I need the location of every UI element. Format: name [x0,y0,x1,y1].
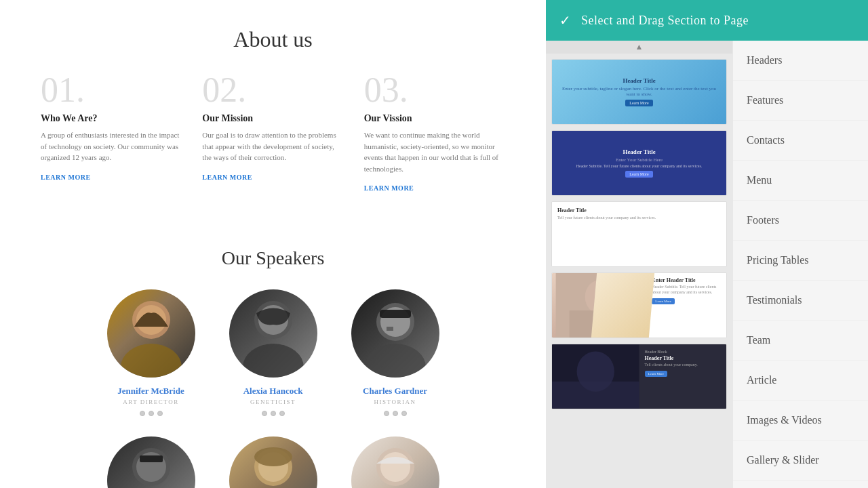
speaker-jennifer: Jennifer McBride ART DIRECTOR [97,289,205,416]
about-text-1: A group of enthusiasts interested in the… [41,129,182,163]
about-text-3: We want to continue making the world hum… [364,129,505,174]
thumbnails-area[interactable]: Header Title Enter your subtitle, taglin… [546,54,732,488]
nav-team[interactable]: Team [733,321,868,361]
top-bar: ✓ Select and Drag Section to Page [546,0,868,41]
nav-menu[interactable]: Menu [733,161,868,201]
thumbnail-3[interactable]: Header Title Tell your future clients ab… [551,201,727,267]
speakers-section: Our Speakers Jennifer McBride ART DIRECT… [0,220,546,488]
speakers-row-2: Peter Nelson PROGRAMMER Al [41,436,505,488]
thumb-5-text: Tell clients about your company. [645,363,722,368]
nav-pricing-tables[interactable]: Pricing Tables [733,241,868,281]
nav-footers[interactable]: Footers [733,201,868,241]
thumb-3-left: Header Title Tell your future clients ab… [557,207,721,261]
nav-article[interactable]: Article [733,361,868,401]
thumb-3-text: Tell your future clients about your comp… [557,216,721,221]
dot [279,411,285,416]
nav-gallery-slider[interactable]: Gallery & Slider [733,441,868,481]
learn-more-3[interactable]: LEARN MORE [364,184,414,192]
dot [384,411,389,416]
avatar-aldous [229,436,317,488]
speaker-sophie: Sophie Hodge ECONOMIST [341,436,450,488]
speaker-aldous: Aldous Lucas PHILOSOPHER [219,436,328,488]
learn-more-1[interactable]: LEARN MORE [41,174,91,181]
speaker-name-jennifer: Jennifer McBride [97,386,205,396]
sidebar-nav: Headers Features Contacts Menu Footers P… [732,41,868,488]
about-heading-3: Our Vission [364,113,505,124]
about-columns: 01. Who We Are? A group of enthusiasts i… [41,73,505,193]
avatar-jennifer [107,289,195,378]
speaker-role-charles: HISTORIAN [341,399,450,405]
about-number-3: 03. [364,73,505,108]
thumb-5-btn: Learn More [645,371,668,377]
speaker-peter: Peter Nelson PROGRAMMER [97,436,205,488]
speaker-alexia: Alexia Hancock GENETICIST [219,289,328,416]
speaker-dots-charles [341,411,450,416]
nav-features[interactable]: Features [733,81,868,121]
thumbnail-1[interactable]: Header Title Enter your subtitle, taglin… [551,59,727,125]
right-panel: ✓ Select and Drag Section to Page ▲ Head… [546,0,868,488]
svg-point-1 [121,344,182,378]
check-icon: ✓ [559,12,571,28]
svg-rect-10 [387,327,393,331]
avatar-charles [351,289,439,378]
scroll-up-arrow[interactable]: ▲ [546,41,732,54]
thumb-4-text: Header Subtitle. Tell your future client… [652,285,722,296]
about-section: About us 01. Who We Are? A group of enth… [0,0,546,220]
thumb-5-content: Header Block Header Title Tell clients a… [639,344,727,409]
speaker-role-alexia: GENETICIST [219,399,328,405]
about-col-2: 02. Our Mission Our goal is to draw atte… [202,73,343,193]
left-panel: About us 01. Who We Are? A group of enth… [0,0,546,488]
svg-rect-9 [380,310,411,318]
nav-images-videos[interactable]: Images & Videos [733,401,868,441]
speaker-charles: Charles Gardner HISTORIAN [341,289,450,416]
thumbnail-4[interactable]: Enter Header Title Header Subtitle. Tell… [551,272,727,338]
thumb-1-text: Enter your subtitle, tagline or slogan h… [557,86,721,97]
dot [401,411,407,416]
thumb-4-btn: Learn More [652,298,675,304]
speaker-dots-alexia [219,411,328,416]
thumb-1-btn: Learn More [625,100,653,106]
about-heading-1: Who We Are? [41,113,182,124]
thumbnail-5[interactable]: Header Block Header Title Tell clients a… [551,344,727,409]
thumb-5-image [552,344,639,409]
speaker-name-charles: Charles Gardner [341,386,450,396]
panel-body: ▲ Header Title Enter your subtitle, tagl… [546,41,868,488]
thumb-2-title: Header Title [623,148,655,155]
avatar-alexia [229,289,317,378]
thumb-4-right: Enter Header Title Header Subtitle. Tell… [648,273,726,338]
dot [271,411,276,416]
about-col-3: 03. Our Vission We want to continue maki… [364,73,505,193]
thumb-2-btn: Learn More [625,171,653,178]
nav-contacts[interactable]: Contacts [733,121,868,161]
nav-testimonials[interactable]: Testimonials [733,281,868,321]
speaker-role-jennifer: ART DIRECTOR [97,399,205,405]
dot [262,411,267,416]
nav-headers[interactable]: Headers [733,41,868,81]
about-number-1: 01. [41,73,182,108]
svg-rect-25 [602,277,640,338]
svg-point-23 [585,280,615,314]
thumbnail-2[interactable]: Header Title Enter Your Subtitle Here He… [551,130,727,196]
svg-point-21 [380,452,410,482]
speaker-dots-jennifer [97,411,205,416]
svg-rect-22 [556,273,644,338]
svg-point-18 [254,447,292,466]
about-col-1: 01. Who We Are? A group of enthusiasts i… [41,73,182,193]
about-text-2: Our goal is to draw attention to the pro… [202,129,343,163]
avatar-sophie [351,436,439,488]
dot [140,411,145,416]
speakers-title: Our Speakers [41,247,505,269]
thumbnail-1-inner: Header Title Enter your subtitle, taglin… [552,60,726,124]
dot [157,411,163,416]
thumbnail-3-inner: Header Title Tell your future clients ab… [552,202,726,266]
about-title: About us [41,27,505,52]
thumb-5-title: Header Title [645,355,722,361]
thumbnail-5-inner: Header Block Header Title Tell clients a… [552,344,726,409]
thumb-5-label: Header Block [645,350,722,354]
svg-point-7 [365,344,426,378]
svg-rect-28 [552,382,639,409]
thumb-1-title: Header Title [623,77,655,84]
learn-more-2[interactable]: LEARN MORE [202,174,252,181]
speakers-row-1: Jennifer McBride ART DIRECTOR [41,289,505,416]
thumb-4-image [552,273,648,338]
